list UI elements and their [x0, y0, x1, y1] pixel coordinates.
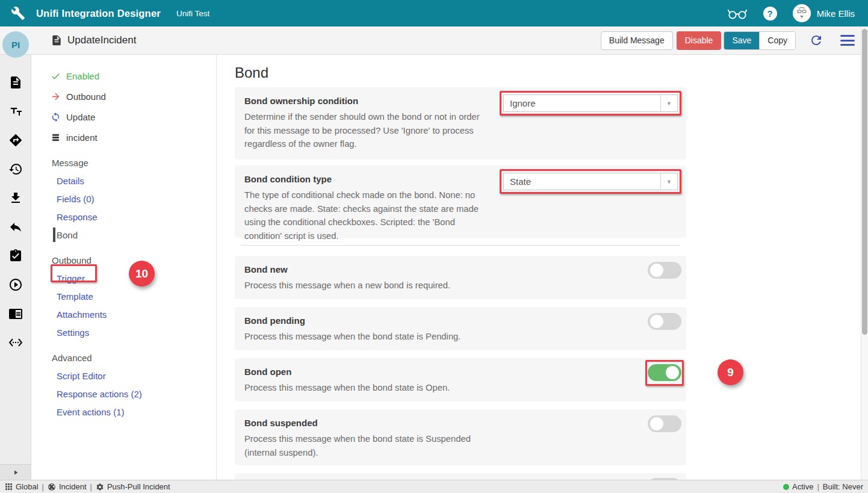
check-icon [51, 71, 61, 81]
bond-condition-select[interactable]: State ▼ [503, 173, 678, 190]
chevron-down-icon: ▼ [660, 95, 677, 111]
text-format-icon[interactable] [8, 104, 23, 119]
expand-sidebar-button[interactable] [0, 464, 31, 480]
field-label: Bond suspended [244, 418, 677, 428]
field-description: Process this message when the bond state… [244, 330, 480, 344]
instance-name: Unifi Test [176, 9, 209, 18]
separator: | [817, 482, 819, 491]
sidebar-item-update[interactable]: Update [31, 107, 216, 127]
selected-indicator [53, 228, 55, 242]
select-value: Ignore [504, 98, 660, 108]
bond-new-toggle[interactable] [648, 262, 681, 279]
sidebar-item-outbound[interactable]: Outbound [31, 86, 216, 107]
sidebar-item-fields[interactable]: Fields (0) [31, 190, 216, 208]
user-avatar[interactable] [793, 4, 811, 22]
status-bar: Global | Incident | Push-Pull Incident A… [0, 480, 868, 493]
sidebar-item-label: Update [66, 112, 95, 122]
sidebar-item-response[interactable]: Response [31, 208, 216, 226]
sidebar-item-label: Outbound [66, 91, 106, 102]
disable-button[interactable]: Disable [677, 31, 722, 50]
bond-settings-panel: Bond Bond ownership condition Determine … [217, 55, 868, 480]
expand-arrow-icon [12, 469, 19, 476]
save-copy-group: Save Copy [724, 31, 796, 50]
task-check-icon[interactable] [8, 249, 23, 263]
process-item[interactable]: Incident [48, 482, 87, 491]
save-button[interactable]: Save [724, 32, 759, 49]
code-icon[interactable] [8, 335, 23, 350]
database-icon [51, 132, 61, 143]
play-circle-icon[interactable] [8, 278, 23, 292]
bond-open-card: Bond open Process this message when the … [235, 358, 686, 402]
sidebar-item-label: Bond [57, 230, 78, 240]
user-name[interactable]: Mike Ellis [817, 8, 855, 19]
field-label: Bond open [244, 367, 677, 377]
toggle-knob [650, 315, 663, 328]
sidebar-item-bond[interactable]: Bond [31, 226, 216, 244]
sidebar-item-details[interactable]: Details [31, 172, 216, 190]
chevron-down-icon: ▼ [660, 173, 677, 190]
glasses-icon[interactable] [727, 6, 748, 20]
incident-globe-icon [48, 483, 56, 491]
sidebar-item-attachments[interactable]: Attachments [31, 305, 216, 323]
field-description: Process this message when a new bond is … [244, 279, 480, 293]
copy-button[interactable]: Copy [759, 32, 795, 49]
separator: | [90, 482, 92, 491]
history-icon[interactable] [8, 162, 23, 176]
sync-icon [51, 112, 61, 122]
nav-group-advanced: Advanced [31, 349, 216, 367]
sidebar-item-event-actions[interactable]: Event actions (1) [31, 403, 216, 421]
process-label: Incident [59, 482, 87, 491]
field-description: Process this message when the bond state… [244, 432, 480, 459]
built-status-label: Built: Never [823, 482, 863, 491]
scope-item[interactable]: Global [5, 482, 39, 491]
help-icon[interactable]: ? [763, 7, 777, 20]
separator: | [42, 482, 44, 491]
gear-icon [96, 483, 104, 491]
integration-avatar[interactable]: PI [2, 31, 29, 58]
bond-condition-card: Bond condition type The type of conditio… [235, 166, 686, 238]
bond-pending-toggle[interactable] [648, 313, 681, 330]
integration-label: Push-Pull Incident [107, 482, 170, 491]
nav-group-message: Message [31, 153, 216, 172]
top-app-bar: Unifi Integration Designer Unifi Test ? … [0, 0, 868, 26]
field-label: Bond new [244, 264, 677, 274]
bond-pending-card: Bond pending Process this message when t… [235, 307, 686, 350]
integration-item[interactable]: Push-Pull Incident [96, 482, 170, 491]
field-description: Determine if the sender should own the b… [244, 110, 480, 151]
message-sidenav: Enabled Outbound Update incident Message… [31, 55, 217, 480]
nav-group-outbound: Outbound [31, 251, 216, 269]
scope-label: Global [16, 482, 39, 491]
bond-open-toggle[interactable] [648, 364, 681, 381]
download-icon[interactable] [8, 191, 23, 205]
sidebar-item-label: incident [66, 132, 98, 143]
document-icon[interactable] [8, 75, 23, 90]
field-description: The type of conditional check made on th… [244, 188, 480, 243]
scrollbar-thumb[interactable] [862, 29, 867, 335]
bond-suspended-card: Bond suspended Process this message when… [235, 409, 686, 465]
build-message-button[interactable]: Build Message [601, 31, 673, 50]
app-title: Unifi Integration Designer [36, 8, 161, 19]
page-title: UpdateIncident [67, 34, 136, 46]
toggle-knob [650, 417, 663, 430]
hamburger-menu-icon[interactable] [840, 35, 855, 46]
bond-ownership-select[interactable]: Ignore ▼ [503, 95, 678, 112]
sidebar-item-response-actions[interactable]: Response actions (2) [31, 385, 216, 403]
message-header: PI UpdateIncident Build Message Disable … [0, 26, 868, 55]
sidebar-item-enabled[interactable]: Enabled [31, 66, 216, 86]
toggle-knob [650, 264, 663, 277]
sidebar-item-settings[interactable]: Settings [31, 323, 216, 341]
reply-icon[interactable] [8, 220, 23, 234]
reader-icon[interactable] [8, 306, 23, 321]
bond-suspended-toggle[interactable] [648, 415, 681, 432]
annotation-badge-9: 9 [718, 359, 743, 385]
refresh-icon[interactable] [809, 33, 823, 48]
toggle-knob [666, 366, 679, 379]
send-diamond-icon[interactable] [8, 133, 23, 147]
annotation-badge-10: 10 [129, 261, 155, 287]
sidebar-item-incident[interactable]: incident [31, 127, 216, 147]
sidebar-item-template[interactable]: Template [31, 287, 216, 305]
sidebar-item-script-editor[interactable]: Script Editor [31, 367, 216, 385]
grid-icon [5, 483, 13, 491]
vertical-scrollbar [861, 26, 868, 480]
sidebar-item-trigger[interactable]: Trigger [31, 269, 216, 287]
